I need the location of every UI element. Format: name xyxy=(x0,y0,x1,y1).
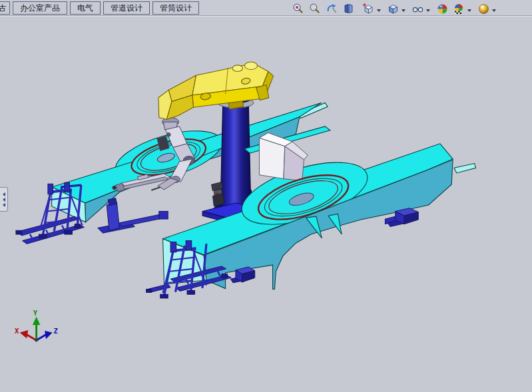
rotate-view-icon[interactable] xyxy=(325,3,338,15)
view-settings-icon[interactable] xyxy=(477,3,490,15)
viewport-3d[interactable]: X Y Z xyxy=(0,16,532,392)
x-axis-label: X xyxy=(15,327,19,335)
hide-show-items-icon[interactable] xyxy=(411,3,424,15)
section-view-icon[interactable] xyxy=(342,3,355,15)
column-clamp-device[interactable] xyxy=(211,182,224,206)
tab-electrical[interactable]: 电气 xyxy=(70,1,101,15)
display-style-icon[interactable] xyxy=(386,3,399,15)
model-scene[interactable]: X Y Z xyxy=(0,16,532,392)
display-style-dropdown[interactable] xyxy=(401,9,405,12)
heads-up-view-toolbar xyxy=(292,2,501,15)
zoom-to-fit-icon[interactable] xyxy=(292,3,305,15)
tab-evaluate-partial[interactable]: 古 xyxy=(0,1,10,15)
hide-show-items-dropdown[interactable] xyxy=(426,9,430,12)
edit-appearance-icon[interactable] xyxy=(435,3,449,15)
tab-office-products[interactable]: 办公室产品 xyxy=(13,1,67,15)
apply-scene-icon[interactable] xyxy=(452,3,465,15)
command-tabs: 古 办公室产品 电气 管道设计 管筒设计 xyxy=(0,0,199,15)
view-settings-dropdown[interactable] xyxy=(492,9,496,12)
apply-scene-dropdown[interactable] xyxy=(467,9,471,12)
solidworks-window: { "command_tabs": { "items": [ {"label":… xyxy=(0,0,532,392)
command-manager-bar: 古 办公室产品 电气 管道设计 管筒设计 xyxy=(0,0,532,16)
zoom-to-area-icon[interactable] xyxy=(308,3,322,15)
robot-arm[interactable] xyxy=(158,62,274,119)
tab-piping-design[interactable]: 管道设计 xyxy=(103,1,150,15)
beam-end-bracket[interactable] xyxy=(98,198,168,233)
y-axis-label: Y xyxy=(33,309,38,317)
y-axis-arrow xyxy=(33,317,41,325)
z-axis-label: Z xyxy=(54,327,58,335)
tab-tubing-design[interactable]: 管筒设计 xyxy=(152,1,199,15)
coordinate-triad: X Y Z xyxy=(15,309,58,342)
view-orientation-icon[interactable] xyxy=(362,3,375,15)
z-axis-arrow xyxy=(45,331,53,339)
white-wedge-block[interactable] xyxy=(259,133,308,181)
x-axis-arrow xyxy=(20,330,28,338)
view-orientation-dropdown[interactable] xyxy=(377,9,381,12)
